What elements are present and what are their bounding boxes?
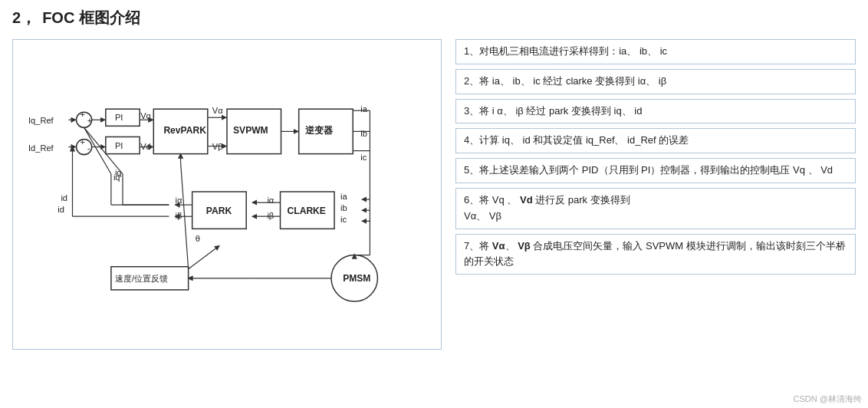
svg-text:PMSM: PMSM: [343, 273, 370, 284]
diagram-area: .blk { fill: white; stroke: #333; stroke…: [12, 39, 442, 350]
svg-text:iq: iq: [113, 173, 120, 182]
svg-text:+: +: [81, 137, 85, 146]
svg-text:iβ: iβ: [175, 211, 182, 220]
svg-text:id: id: [61, 193, 67, 202]
svg-text:+: +: [87, 116, 92, 125]
svg-line-78: [189, 246, 219, 269]
title-bold: FOC 框图介绍: [42, 8, 140, 28]
svg-text:ia: ia: [360, 104, 367, 114]
svg-text:ic: ic: [360, 153, 367, 162]
svg-text:Vq: Vq: [140, 111, 151, 120]
step6-text: 6、将 Vq 、 Vd 进行反 park 变换得到Vα、 Vβ: [464, 194, 630, 222]
svg-text:PI: PI: [115, 141, 123, 150]
svg-text:CLARKE: CLARKE: [288, 206, 326, 216]
step-box-7: 7、将 Vα、 Vβ 合成电压空间矢量，输入 SVPWM 模块进行调制，输出该时…: [455, 234, 856, 275]
svg-text:Vα: Vα: [212, 106, 223, 115]
title-number: 2，: [12, 8, 36, 28]
steps-area: 1、对电机三相电流进行采样得到：ia、 ib、 ic 2、将 ia、 ib、 i…: [455, 39, 856, 350]
step3-text: 3、将 i α、 iβ 经过 park 变换得到 iq、 id: [464, 105, 642, 117]
step2-text: 2、将 ia、 ib、 ic 经过 clarke 变换得到 iα、 iβ: [464, 75, 666, 87]
step-box-2: 2、将 ia、 ib、 ic 经过 clarke 变换得到 iα、 iβ: [455, 69, 856, 94]
step7-text: 7、将 Vα、 Vβ 合成电压空间矢量，输入 SVPWM 模块进行调制，输出该时…: [464, 240, 846, 268]
svg-text:速度/位置反馈: 速度/位置反馈: [115, 274, 168, 283]
svg-text:SVPWM: SVPWM: [233, 125, 268, 136]
main-content: .blk { fill: white; stroke: #333; stroke…: [12, 39, 856, 350]
svg-text:Id_Ref: Id_Ref: [28, 143, 54, 153]
svg-text:ia: ia: [340, 192, 347, 201]
svg-text:iβ: iβ: [267, 211, 274, 220]
svg-text:iα: iα: [175, 196, 182, 205]
svg-text:Iq_Ref: Iq_Ref: [28, 116, 54, 125]
step1-text: 1、对电机三相电流进行采样得到：ia、 ib、 ic: [464, 45, 667, 57]
svg-text:iα: iα: [267, 196, 274, 205]
watermark: CSDN @林清海绔: [794, 393, 862, 405]
svg-text:ib: ib: [360, 129, 367, 138]
svg-text:-: -: [87, 143, 90, 153]
foc-diagram: .blk { fill: white; stroke: #333; stroke…: [22, 48, 432, 339]
step-box-4: 4、计算 iq、 id 和其设定值 iq_Ref、 id_Ref 的误差: [455, 128, 856, 153]
svg-text:PARK: PARK: [206, 206, 232, 216]
step-box-1: 1、对电机三相电流进行采样得到：ia、 ib、 ic: [455, 39, 856, 64]
svg-text:ic: ic: [340, 215, 347, 224]
svg-text:θ: θ: [196, 234, 200, 243]
svg-text:RevPARK: RevPARK: [163, 125, 206, 136]
svg-text:ib: ib: [340, 203, 347, 212]
step5-text: 5、将上述误差输入到两个 PID（只用到 PI）控制器，得到输出的控制电压 Vq…: [464, 164, 833, 176]
svg-text:id: id: [58, 205, 64, 214]
page-title: 2， FOC 框图介绍: [12, 8, 856, 28]
svg-text:Vd: Vd: [140, 142, 151, 151]
svg-text:+: +: [81, 110, 85, 119]
svg-text:PI: PI: [115, 113, 123, 122]
step-box-3: 3、将 i α、 iβ 经过 park 变换得到 iq、 id: [455, 99, 856, 124]
step4-text: 4、计算 iq、 id 和其设定值 iq_Ref、 id_Ref 的误差: [464, 134, 689, 146]
step-box-5: 5、将上述误差输入到两个 PID（只用到 PI）控制器，得到输出的控制电压 Vq…: [455, 158, 856, 183]
step-box-6: 6、将 Vq 、 Vd 进行反 park 变换得到Vα、 Vβ: [455, 188, 856, 229]
svg-text:逆变器: 逆变器: [305, 125, 334, 136]
